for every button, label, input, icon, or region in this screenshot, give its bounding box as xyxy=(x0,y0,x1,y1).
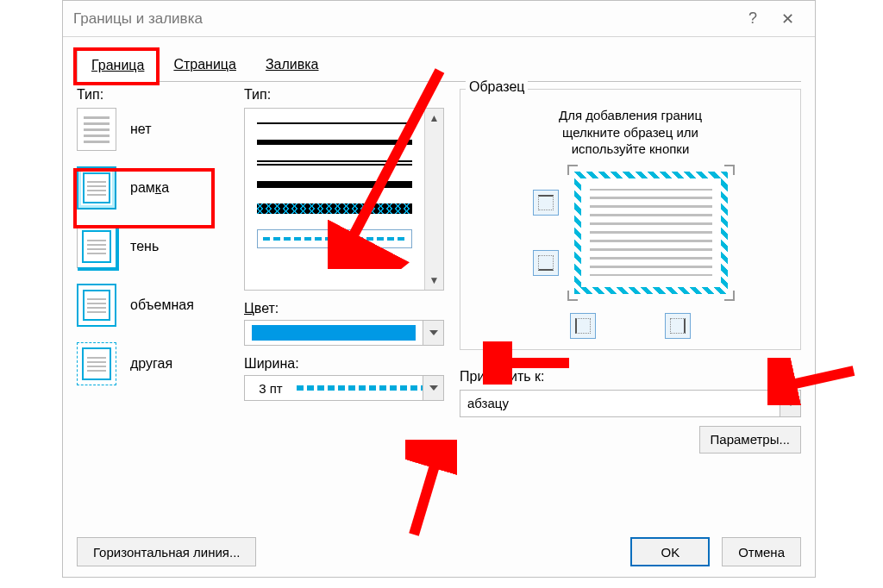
chevron-down-icon xyxy=(429,385,438,391)
edge-buttons-horizontal xyxy=(471,313,790,339)
tab-border[interactable]: Граница xyxy=(77,50,159,82)
edge-left-button[interactable] xyxy=(570,313,596,339)
help-button[interactable]: ? xyxy=(736,9,770,28)
width-preview xyxy=(297,385,423,391)
color-dropdown[interactable] xyxy=(244,320,444,346)
edge-buttons-vertical xyxy=(533,172,559,294)
tab-page[interactable]: Страница xyxy=(159,49,251,81)
preview-sample[interactable] xyxy=(574,172,728,294)
apply-value: абзацу xyxy=(460,391,780,416)
borders-shading-dialog: Границы и заливка ? ✕ Граница Страница З… xyxy=(62,0,816,578)
dialog-content: Тип: нет рамка тень xyxy=(63,82,815,529)
ok-button[interactable]: OK xyxy=(630,537,710,566)
setting-label: Тип: xyxy=(77,87,230,103)
width-value: 3 пт xyxy=(245,381,297,396)
setting-shadow-label: тень xyxy=(130,239,159,254)
style-item-thick[interactable] xyxy=(257,140,412,145)
apply-label: Применить к: xyxy=(460,369,801,385)
width-dropdown[interactable]: 3 пт xyxy=(244,375,444,401)
preview-fieldset: Образец Для добавления границ щелкните о… xyxy=(460,89,801,350)
setting-3d-label: объемная xyxy=(130,297,194,313)
setting-none[interactable]: нет xyxy=(77,108,230,151)
close-button[interactable]: ✕ xyxy=(770,9,805,28)
apply-dropdown[interactable]: абзацу xyxy=(460,390,801,417)
style-item-wave[interactable] xyxy=(257,181,412,188)
chevron-down-icon xyxy=(786,401,795,406)
setting-none-label: нет xyxy=(130,122,152,137)
setting-custom-icon xyxy=(77,342,116,385)
scroll-up-icon[interactable]: ▲ xyxy=(429,112,440,124)
setting-shadow[interactable]: тень xyxy=(77,225,230,268)
setting-box[interactable]: рамка xyxy=(77,166,230,210)
tabs: Граница Страница Заливка xyxy=(63,37,815,81)
style-label: Тип: xyxy=(244,87,444,103)
titlebar: Границы и заливка ? ✕ xyxy=(63,1,815,37)
tab-shading[interactable]: Заливка xyxy=(251,49,334,81)
style-item-thin[interactable] xyxy=(257,122,412,124)
width-dropdown-btn[interactable] xyxy=(423,376,443,400)
setting-box-icon xyxy=(77,166,116,210)
color-swatch xyxy=(245,321,423,345)
bottom-bar: Горизонтальная линия... OK Отмена xyxy=(77,537,801,566)
cancel-button[interactable]: Отмена xyxy=(722,537,801,566)
preview-column: Образец Для добавления границ щелкните о… xyxy=(451,87,801,529)
edge-bottom-button[interactable] xyxy=(533,250,559,276)
chevron-down-icon xyxy=(429,330,438,335)
horizontal-line-button[interactable]: Горизонтальная линия... xyxy=(77,537,256,566)
scroll-down-icon[interactable]: ▼ xyxy=(429,274,440,286)
setting-box-label: рамка xyxy=(130,180,169,196)
style-listbox[interactable]: ▲ ▼ xyxy=(244,108,444,291)
preview-legend: Образец xyxy=(466,79,528,95)
edge-right-button[interactable] xyxy=(665,313,691,339)
setting-shadow-icon xyxy=(77,225,116,268)
setting-custom[interactable]: другая xyxy=(77,342,230,385)
options-button[interactable]: Параметры... xyxy=(699,426,801,454)
apply-dropdown-btn[interactable] xyxy=(780,391,800,416)
setting-3d[interactable]: объемная xyxy=(77,284,230,327)
preview-hint: Для добавления границ щелкните образец и… xyxy=(471,107,790,158)
setting-column: Тип: нет рамка тень xyxy=(77,87,237,529)
style-item-selected[interactable] xyxy=(257,229,412,248)
setting-none-icon xyxy=(77,108,116,151)
style-item-double[interactable] xyxy=(257,160,412,166)
color-dropdown-btn[interactable] xyxy=(423,321,443,345)
dialog-title: Границы и заливка xyxy=(73,10,736,28)
edge-top-button[interactable] xyxy=(533,190,559,216)
style-column: Тип: ▲ ▼ Цвет: xyxy=(237,87,451,529)
style-item-wave2[interactable] xyxy=(257,203,412,214)
apply-row: Применить к: абзацу xyxy=(460,369,801,417)
style-scrollbar[interactable]: ▲ ▼ xyxy=(424,109,443,290)
setting-3d-icon xyxy=(77,284,116,327)
width-label: Ширина: xyxy=(244,356,444,372)
setting-custom-label: другая xyxy=(130,356,172,372)
preview-area xyxy=(471,172,790,294)
color-label: Цвет: xyxy=(244,301,444,316)
style-items xyxy=(245,109,424,290)
